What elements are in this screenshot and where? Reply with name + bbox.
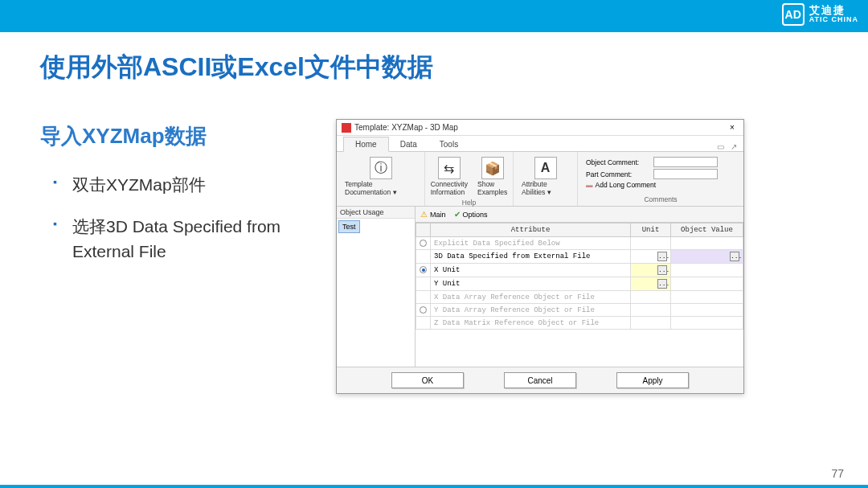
ribbon-group-label: Comments [583,195,739,204]
table-row: X Data Array Reference Object or File [416,291,743,304]
bullet-item: 双击XYZMap部件 [53,172,318,198]
value-browse-button[interactable]: ... [730,252,739,261]
comment-icon: ▬ [586,181,593,189]
show-examples-button[interactable]: 📦 Show Examples [474,155,510,198]
unit-browse-button[interactable]: ... [657,265,667,275]
subtab-options[interactable]: ✔ Options [454,210,488,219]
tab-tools[interactable]: Tools [428,137,469,151]
attribute-icon: A [534,157,557,179]
subtab-main[interactable]: ⚠ Main [420,210,446,219]
close-button[interactable]: × [726,123,739,132]
slide-subtitle: 导入XYZMap数据 [40,122,207,150]
attr-cell: X Unit [431,264,631,277]
attr-cell: 3D Data Specified from External File [431,250,631,264]
unit-cell[interactable]: ... [631,277,671,291]
logo-mark-icon: AD [782,3,805,26]
table-row: Z Data Matrix Reference Object or File [416,317,743,330]
info-icon: ⓘ [370,157,392,179]
attr-cell: Y Data Array Reference Object or File [431,304,631,317]
table-row: Y Unit ... [416,277,743,291]
usage-item-test[interactable]: Test [338,220,360,233]
attr-cell: X Data Array Reference Object or File [431,291,631,304]
radio-button[interactable] [420,240,427,247]
object-comment-input[interactable] [653,157,718,167]
slide-title: 使用外部ASCII或Excel文件中数据 [40,50,433,85]
ribbon-group-label [342,203,420,204]
part-comment-label: Part Comment: [586,170,650,178]
radio-button[interactable] [420,266,427,273]
logo: AD 艾迪捷 ATIC CHINA [782,3,858,26]
examples-icon: 📦 [481,157,504,179]
dialog-titlebar[interactable]: Template: XYZMap - 3D Map × [337,120,743,136]
bullet-item: 选择3D Data Specified from External File [53,214,318,265]
check-icon: ✔ [454,210,461,219]
connectivity-info-button[interactable]: ⇆ Connectivity Information [428,155,471,198]
table-row: Y Data Array Reference Object or File [416,304,743,317]
table-row: X Unit ... [416,264,743,277]
table-header-unit: Unit [631,223,671,237]
tab-data[interactable]: Data [389,137,428,151]
part-comment-input[interactable] [653,169,718,179]
object-usage-header: Object Usage [337,207,415,219]
logo-cn: 艾迪捷 [809,5,858,16]
unit-cell[interactable]: ... [631,264,671,277]
unit-browse-button[interactable]: ... [657,252,667,261]
apply-button[interactable]: Apply [616,372,689,388]
value-cell[interactable]: ... [671,250,743,264]
ok-button[interactable]: OK [391,372,464,388]
xyzmap-dialog: Template: XYZMap - 3D Map × Home Data To… [336,119,744,394]
attr-cell: Explicit Data Specified Below [431,237,631,250]
add-long-comment-button[interactable]: ▬ Add Long Comment [586,181,656,189]
app-icon [342,123,351,133]
template-documentation-button[interactable]: ⓘ Template Documentation ▾ [342,155,420,198]
radio-button[interactable] [420,306,427,314]
attr-cell: Y Unit [431,277,631,291]
tab-home[interactable]: Home [343,137,389,152]
dialog-title: Template: XYZMap - 3D Map [354,123,726,132]
table-row: 3D Data Specified from External File ...… [416,250,743,264]
ribbon-group-label [518,203,572,204]
table-header-radio [416,223,431,237]
warning-icon: ⚠ [420,210,428,219]
connectivity-icon: ⇆ [438,157,461,179]
table-header-attribute: Attribute [431,223,631,237]
table-row: Explicit Data Specified Below [416,237,743,250]
attribute-abilities-button[interactable]: A Attribute Abilities ▾ [518,155,572,198]
page-number: 77 [831,467,844,480]
table-header-value: Object Value [671,223,743,237]
attr-cell: Z Data Matrix Reference Object or File [431,317,631,330]
window-expand-icon[interactable]: ↗ [731,142,737,151]
footer-bar [0,485,868,488]
object-comment-label: Object Comment: [586,158,650,166]
unit-browse-button[interactable]: ... [657,279,667,289]
cancel-button[interactable]: Cancel [504,372,576,388]
logo-en: ATIC CHINA [809,16,858,24]
window-restore-icon[interactable]: ▭ [717,142,724,151]
